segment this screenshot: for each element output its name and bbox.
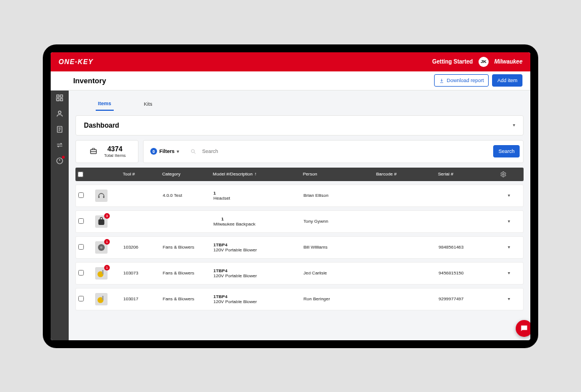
svg-point-15 bbox=[100, 246, 103, 249]
expand-row-button[interactable]: ▾ bbox=[500, 296, 517, 301]
page-header: Inventory Download report Add item bbox=[51, 71, 530, 91]
table-rows: 4.0.0 Test 1Headset Brian Ellison ▾ 3 1M… bbox=[75, 184, 524, 310]
svg-point-9 bbox=[191, 149, 195, 152]
sort-up-icon: ↑ bbox=[254, 172, 257, 177]
select-all-checkbox[interactable] bbox=[78, 172, 83, 177]
cell-serial: 9848561463 bbox=[439, 245, 500, 250]
controls-bar: 4374 Total Items 0 Filters ▾ bbox=[75, 140, 524, 163]
alert-badge: 1 bbox=[104, 239, 110, 245]
alert-badge: 3 bbox=[104, 213, 110, 219]
expand-row-button[interactable]: ▾ bbox=[500, 245, 517, 250]
svg-point-5 bbox=[59, 111, 61, 114]
row-checkbox[interactable] bbox=[78, 270, 84, 276]
expand-row-button[interactable]: ▾ bbox=[500, 271, 517, 276]
table-header: Tool # Category Model #/Description↑ Per… bbox=[75, 168, 524, 181]
filters-count-badge: 0 bbox=[150, 148, 157, 155]
cell-tool: 103206 bbox=[123, 245, 163, 250]
tab-items[interactable]: Items bbox=[96, 97, 114, 111]
col-category[interactable]: Category bbox=[162, 172, 213, 177]
add-item-button[interactable]: Add item bbox=[492, 74, 522, 87]
total-items-label: Total Items bbox=[104, 153, 126, 158]
col-person-label: Person bbox=[303, 172, 317, 177]
device-frame: ONE-KEY Getting Started JK Milwaukee Inv… bbox=[43, 44, 538, 348]
cell-category: Fans & Blowers bbox=[163, 245, 213, 250]
getting-started-link[interactable]: Getting Started bbox=[432, 58, 473, 65]
add-item-label: Add item bbox=[497, 78, 517, 83]
item-thumbnail: 1 bbox=[95, 241, 108, 254]
svg-rect-19 bbox=[102, 296, 104, 300]
sidenav-reports-icon[interactable] bbox=[56, 125, 64, 133]
avatar[interactable]: JK bbox=[479, 57, 489, 67]
col-model[interactable]: Model #/Description↑ bbox=[213, 172, 303, 177]
filters-button[interactable]: 0 Filters ▾ bbox=[147, 146, 182, 157]
search-icon bbox=[190, 148, 196, 155]
search-filter-bar: 0 Filters ▾ Search bbox=[143, 140, 524, 163]
svg-rect-1 bbox=[57, 94, 59, 97]
cell-serial: 9299977497 bbox=[439, 296, 500, 301]
cell-tool: 103017 bbox=[123, 296, 163, 301]
col-serial-label: Serial # bbox=[438, 172, 453, 177]
total-items-card: 4374 Total Items bbox=[75, 140, 138, 163]
sidenav bbox=[51, 91, 69, 340]
sidenav-alerts-icon[interactable] bbox=[56, 157, 64, 165]
sidenav-dashboard-icon[interactable] bbox=[56, 94, 64, 102]
svg-rect-17 bbox=[102, 270, 104, 274]
search-button[interactable]: Search bbox=[493, 145, 520, 157]
tab-kits-label: Kits bbox=[144, 101, 153, 107]
row-checkbox[interactable] bbox=[78, 218, 84, 224]
chevron-down-icon: ▾ bbox=[177, 149, 179, 154]
tabs: Items Kits bbox=[75, 96, 524, 111]
row-checkbox[interactable] bbox=[78, 244, 84, 250]
table-row[interactable]: 3 1Milwaukee Backpack Tony Gywnn ▾ bbox=[75, 210, 524, 233]
download-report-label: Download report bbox=[446, 78, 484, 83]
row-checkbox[interactable] bbox=[78, 192, 84, 198]
cell-tool: 103073 bbox=[123, 271, 163, 276]
search-button-label: Search bbox=[498, 148, 515, 154]
col-serial[interactable]: Serial # bbox=[438, 172, 500, 177]
qr-icon bbox=[213, 216, 219, 222]
svg-rect-2 bbox=[60, 94, 62, 97]
cell-person: Brian Ellison bbox=[303, 193, 377, 198]
cell-person: Tony Gywnn bbox=[303, 219, 377, 224]
cell-serial: 9456815150 bbox=[439, 271, 500, 276]
expand-row-button[interactable]: ▾ bbox=[500, 193, 517, 198]
cell-model: 1Milwaukee Backpack bbox=[213, 216, 303, 227]
cell-model: 1TBP4120V Portable Blower bbox=[213, 268, 303, 278]
chevron-down-icon: ▾ bbox=[513, 123, 515, 128]
search-input[interactable] bbox=[200, 146, 490, 156]
dashboard-panel[interactable]: Dashboard ▾ bbox=[75, 115, 524, 136]
tab-kits[interactable]: Kits bbox=[142, 97, 155, 111]
table-row[interactable]: 1 103206 Fans & Blowers 1TBP4120V Portab… bbox=[75, 236, 524, 259]
cell-person: Bill Williams bbox=[303, 245, 377, 250]
item-thumbnail: 1 bbox=[95, 267, 108, 280]
col-category-label: Category bbox=[162, 172, 180, 177]
help-fab[interactable] bbox=[516, 320, 530, 337]
sidenav-people-icon[interactable] bbox=[56, 110, 64, 118]
cell-model: 1TBP4120V Portable Blower bbox=[213, 294, 303, 304]
col-person[interactable]: Person bbox=[303, 172, 376, 177]
expand-row-button[interactable]: ▾ bbox=[500, 219, 517, 224]
table-row[interactable]: 4.0.0 Test 1Headset Brian Ellison ▾ bbox=[75, 184, 524, 207]
download-report-button[interactable]: Download report bbox=[434, 74, 489, 87]
col-tool[interactable]: Tool # bbox=[123, 172, 162, 177]
download-icon bbox=[439, 78, 444, 83]
cell-person: Ron Beringer bbox=[303, 296, 377, 301]
table-row[interactable]: 103017 Fans & Blowers 1TBP4120V Portable… bbox=[75, 288, 524, 310]
cell-category: Fans & Blowers bbox=[163, 271, 213, 276]
col-barcode[interactable]: Barcode # bbox=[376, 172, 438, 177]
dashboard-title: Dashboard bbox=[84, 121, 119, 129]
cell-category: 4.0.0 Test bbox=[163, 193, 213, 198]
item-thumbnail: 3 bbox=[95, 215, 108, 228]
svg-rect-3 bbox=[57, 98, 59, 101]
row-checkbox[interactable] bbox=[78, 296, 84, 301]
chat-icon bbox=[520, 324, 529, 333]
alert-dot-icon bbox=[62, 156, 65, 159]
col-barcode-label: Barcode # bbox=[376, 172, 396, 177]
gear-icon[interactable] bbox=[500, 171, 517, 178]
topbar: ONE-KEY Getting Started JK Milwaukee bbox=[51, 52, 530, 71]
cell-person: Jed Carlisle bbox=[303, 271, 377, 276]
table-row[interactable]: 1 103073 Fans & Blowers 1TBP4120V Portab… bbox=[75, 262, 524, 285]
total-items-count: 4374 bbox=[108, 145, 123, 153]
brand-logo: ONE-KEY bbox=[59, 58, 93, 66]
sidenav-transfer-icon[interactable] bbox=[56, 141, 64, 149]
